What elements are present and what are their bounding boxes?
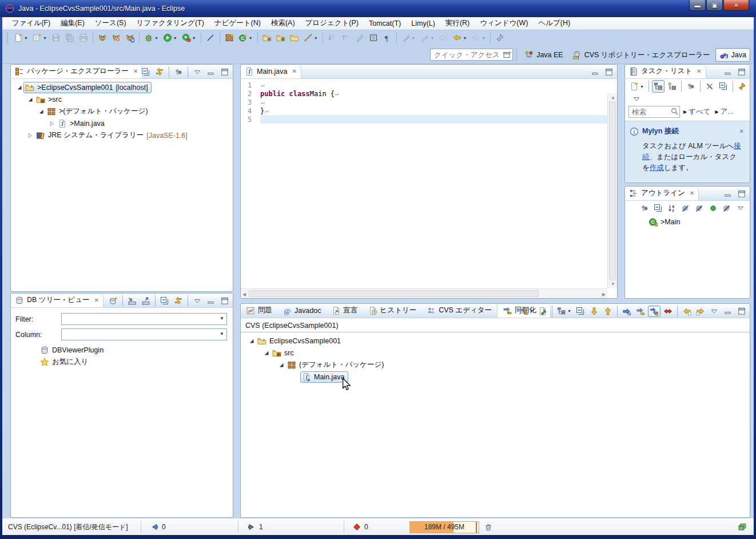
outgoing-mode-button[interactable] bbox=[634, 306, 647, 317]
collapse-all-button[interactable] bbox=[140, 66, 152, 78]
package-explorer-tab[interactable]: パッケージ・エクスプローラー ✕ bbox=[11, 64, 142, 78]
scroll-left-icon[interactable]: ◀ bbox=[242, 292, 246, 297]
tree-item-EclipseCvsSample001[interactable]: J>EclipseCvsSample001 [localhost] bbox=[11, 81, 233, 93]
new-task-button[interactable]: ▼ bbox=[628, 80, 646, 93]
menu-ウィンドウ(W)[interactable]: ウィンドウ(W) bbox=[475, 17, 533, 29]
run-garbage-collector-button[interactable] bbox=[484, 518, 493, 536]
run-button[interactable]: ▼ bbox=[161, 31, 179, 44]
task-filter-ア...[interactable]: ▶ア... bbox=[715, 107, 734, 117]
menu-リファクタリング(T)[interactable]: リファクタリング(T) bbox=[132, 17, 209, 29]
perspective-CVS リポジトリー・エクスプローラー[interactable]: CVSCVS リポジトリー・エクスプローラー bbox=[568, 48, 714, 62]
collapse-all-button[interactable] bbox=[574, 306, 587, 317]
tree-item-()[interactable]: >(デフォルト・パッケージ) bbox=[11, 105, 233, 117]
presentation-mode-button[interactable]: ▼ bbox=[555, 306, 573, 317]
dropdown-arrow-icon[interactable]: ▼ bbox=[249, 36, 253, 40]
dropdown-arrow-icon[interactable]: ▼ bbox=[412, 36, 416, 40]
dropdown-arrow-icon[interactable]: ▼ bbox=[154, 36, 158, 40]
tab-宣言[interactable]: 宣言 bbox=[327, 303, 363, 318]
code-line-3[interactable]: 3↵ bbox=[241, 98, 607, 106]
minimize-view-button[interactable] bbox=[205, 295, 217, 307]
format-brush-button[interactable]: ▼ bbox=[302, 31, 320, 44]
scroll-right-icon[interactable]: ▶ bbox=[602, 292, 606, 297]
collapse-all-button[interactable] bbox=[717, 80, 730, 93]
menu-編集(E)[interactable]: 編集(E) bbox=[55, 17, 90, 29]
back-button[interactable]: ▼ bbox=[451, 31, 468, 44]
collapse-all-button[interactable] bbox=[158, 295, 171, 307]
tab-CVS エディター[interactable]: CVS エディター bbox=[421, 303, 497, 318]
editor-vertical-scrollbar[interactable]: ▲ ▼ bbox=[607, 93, 617, 288]
tree-item-Main.java[interactable]: JMain.java bbox=[241, 371, 750, 383]
pin-editor-button[interactable] bbox=[494, 31, 506, 44]
export-db-button[interactable] bbox=[140, 295, 152, 307]
view-menu-button[interactable] bbox=[191, 295, 204, 307]
dropdown-arrow-icon[interactable]: ▼ bbox=[431, 36, 435, 40]
editor-stack-indicator[interactable] bbox=[738, 518, 747, 536]
tree-item-EclipseCvsSample001[interactable]: JEclipseCvsSample001 bbox=[241, 335, 750, 347]
close-button[interactable]: ✕ bbox=[723, 0, 749, 11]
editor-tab-main-java[interactable]: J Main.java ✕ bbox=[241, 64, 301, 78]
tree-item-src[interactable]: src bbox=[241, 347, 750, 359]
menu-ヘルプ(H)[interactable]: ヘルプ(H) bbox=[533, 17, 575, 29]
expander-expanded-icon[interactable] bbox=[262, 350, 270, 356]
tree-item-[interactable]: お気に入り bbox=[11, 356, 233, 368]
sort-alphabetical-button[interactable]: az bbox=[666, 202, 678, 215]
minimize-view-button[interactable] bbox=[205, 66, 217, 78]
import-db-button[interactable] bbox=[126, 295, 138, 307]
minimize-view-button[interactable] bbox=[722, 306, 734, 317]
synchronize-button[interactable]: ▼ bbox=[518, 306, 535, 317]
dropdown-arrow-icon[interactable]: ▼ bbox=[463, 36, 467, 40]
expander-collapsed-icon[interactable] bbox=[26, 133, 34, 138]
tomcat-start-button[interactable] bbox=[96, 31, 109, 44]
tree-item-()[interactable]: (デフォルト・パッケージ) bbox=[241, 359, 750, 371]
dropdown-arrow-icon[interactable]: ▼ bbox=[530, 309, 534, 313]
column-combo[interactable]: ▼ bbox=[61, 328, 227, 340]
new-database-button[interactable] bbox=[107, 295, 120, 307]
link-with-editor-button[interactable] bbox=[153, 66, 166, 78]
categorized-presentation-button[interactable] bbox=[652, 80, 665, 93]
hide-completed-button[interactable] bbox=[703, 80, 716, 93]
code-line-5[interactable]: 5 bbox=[241, 115, 607, 124]
open-folder-button[interactable] bbox=[288, 31, 301, 44]
maximize-view-button[interactable] bbox=[735, 188, 748, 200]
hide-non-public-button[interactable] bbox=[707, 202, 719, 215]
debug-button[interactable]: ▼ bbox=[142, 31, 160, 44]
dropdown-arrow-icon[interactable]: ▼ bbox=[567, 309, 571, 313]
open-perspective-button[interactable] bbox=[501, 49, 514, 61]
dropdown-arrow-icon[interactable]: ▼ bbox=[482, 36, 486, 40]
editor-body[interactable]: 1↵2public class Main {↵3↵4}↵5 ▲ ▼ ◀ ▶ bbox=[241, 79, 617, 298]
new-wizard-button[interactable]: ▼ bbox=[12, 31, 30, 44]
dropdown-arrow-icon[interactable]: ▼ bbox=[192, 36, 196, 40]
conflicts-mode-button[interactable] bbox=[662, 306, 674, 317]
close-icon[interactable]: ✕ bbox=[697, 68, 701, 74]
maximize-button[interactable]: ▣ bbox=[706, 0, 723, 11]
maximize-view-button[interactable] bbox=[603, 66, 615, 78]
new-java-project-button[interactable] bbox=[223, 31, 236, 44]
task-list-tab[interactable]: タスク・リスト ✕ bbox=[625, 64, 706, 78]
focus-button[interactable] bbox=[172, 66, 185, 78]
both-mode-button[interactable] bbox=[648, 306, 660, 317]
code-area[interactable]: 1↵2public class Main {↵3↵4}↵5 bbox=[241, 79, 607, 288]
db-view-tab[interactable]: DB ツリー・ビュー ✕ bbox=[11, 293, 104, 307]
view-menu-button[interactable] bbox=[630, 93, 643, 105]
tab-ヒストリー[interactable]: ヒストリー bbox=[363, 303, 422, 318]
show-whitespace-button[interactable]: ¶ bbox=[381, 31, 393, 44]
pin-current-button[interactable] bbox=[536, 306, 549, 317]
expander-expanded-icon[interactable] bbox=[277, 362, 285, 368]
search-folder-button[interactable] bbox=[274, 31, 287, 44]
maximize-view-button[interactable] bbox=[218, 66, 231, 78]
dropdown-arrow-icon[interactable]: ▼ bbox=[314, 36, 318, 40]
scroll-up-icon[interactable]: ▲ bbox=[611, 95, 615, 100]
hide-static-button[interactable]: s bbox=[693, 202, 706, 215]
link-with-editor-button[interactable] bbox=[172, 295, 185, 307]
filter-combo[interactable]: ▼ bbox=[61, 313, 227, 325]
tomcat-restart-button[interactable] bbox=[124, 31, 136, 44]
task-filter-すべて[interactable]: ▶すべて bbox=[683, 107, 711, 117]
block-selection-button[interactable] bbox=[367, 31, 380, 44]
menu-検索(A)[interactable]: 検索(A) bbox=[266, 17, 300, 29]
view-menu-button[interactable] bbox=[708, 306, 721, 317]
focus-button[interactable] bbox=[638, 202, 651, 215]
close-icon[interactable]: ✕ bbox=[739, 128, 744, 134]
dropdown-arrow-icon[interactable]: ▼ bbox=[173, 36, 177, 40]
close-icon[interactable]: ✕ bbox=[690, 190, 694, 196]
collapse-all-button[interactable] bbox=[652, 202, 665, 215]
